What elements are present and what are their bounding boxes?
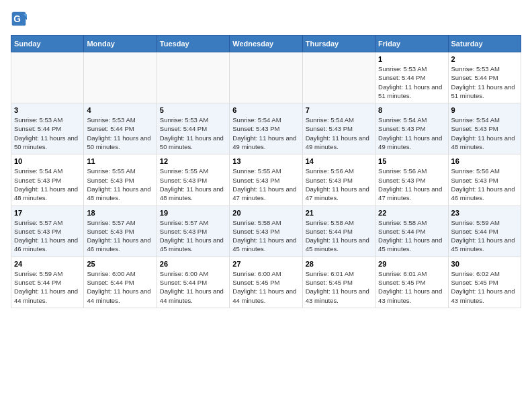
calendar-cell: 17Sunrise: 5:57 AMSunset: 5:43 PMDayligh… <box>11 205 84 257</box>
calendar-cell: 21Sunrise: 5:58 AMSunset: 5:44 PMDayligh… <box>302 205 375 257</box>
day-number: 23 <box>451 209 518 217</box>
calendar-cell: 9Sunrise: 5:54 AMSunset: 5:43 PMDaylight… <box>448 103 521 154</box>
day-number: 14 <box>306 157 372 165</box>
calendar-cell: 16Sunrise: 5:56 AMSunset: 5:43 PMDayligh… <box>448 154 521 205</box>
day-number: 15 <box>378 157 445 165</box>
calendar-cell: 14Sunrise: 5:56 AMSunset: 5:43 PMDayligh… <box>302 154 375 205</box>
day-number: 17 <box>14 209 81 217</box>
calendar-cell: 27Sunrise: 6:00 AMSunset: 5:45 PMDayligh… <box>230 257 302 308</box>
day-number: 2 <box>451 55 518 63</box>
day-number: 28 <box>306 260 372 268</box>
calendar-cell: 18Sunrise: 5:57 AMSunset: 5:43 PMDayligh… <box>84 205 157 257</box>
calendar-cell: 20Sunrise: 5:58 AMSunset: 5:43 PMDayligh… <box>230 205 302 257</box>
day-number: 26 <box>160 260 226 268</box>
calendar-cell: 13Sunrise: 5:55 AMSunset: 5:43 PMDayligh… <box>230 154 302 205</box>
calendar-cell <box>230 52 302 103</box>
calendar-cell <box>157 52 229 103</box>
day-number: 16 <box>451 157 518 165</box>
calendar-cell: 26Sunrise: 6:00 AMSunset: 5:44 PMDayligh… <box>157 257 229 308</box>
day-info: Sunrise: 5:53 AMSunset: 5:44 PMDaylight:… <box>451 64 518 100</box>
calendar-cell: 29Sunrise: 6:01 AMSunset: 5:45 PMDayligh… <box>375 257 448 308</box>
calendar-cell: 11Sunrise: 5:55 AMSunset: 5:43 PMDayligh… <box>84 154 157 205</box>
day-info: Sunrise: 5:54 AMSunset: 5:43 PMDaylight:… <box>378 116 445 151</box>
calendar-cell: 3Sunrise: 5:53 AMSunset: 5:44 PMDaylight… <box>11 103 84 154</box>
calendar-day-header: Thursday <box>302 36 375 52</box>
day-number: 22 <box>378 209 445 217</box>
calendar-cell: 30Sunrise: 6:02 AMSunset: 5:45 PMDayligh… <box>448 257 521 308</box>
day-info: Sunrise: 5:57 AMSunset: 5:43 PMDaylight:… <box>160 218 226 254</box>
calendar-day-header: Monday <box>84 36 157 52</box>
page-header: G <box>11 11 521 27</box>
day-info: Sunrise: 5:53 AMSunset: 5:44 PMDaylight:… <box>160 116 226 151</box>
calendar-week-row: 1Sunrise: 5:53 AMSunset: 5:44 PMDaylight… <box>11 52 521 103</box>
calendar-week-row: 24Sunrise: 5:59 AMSunset: 5:44 PMDayligh… <box>11 257 521 308</box>
day-number: 25 <box>87 260 153 268</box>
day-info: Sunrise: 6:00 AMSunset: 5:45 PMDaylight:… <box>232 269 299 305</box>
day-number: 29 <box>378 260 445 268</box>
day-number: 6 <box>232 106 299 114</box>
day-number: 7 <box>306 106 372 114</box>
day-number: 27 <box>232 260 299 268</box>
calendar-cell: 4Sunrise: 5:53 AMSunset: 5:44 PMDaylight… <box>84 103 157 154</box>
calendar-cell: 7Sunrise: 5:54 AMSunset: 5:43 PMDaylight… <box>302 103 375 154</box>
day-number: 5 <box>160 106 226 114</box>
calendar-cell: 8Sunrise: 5:54 AMSunset: 5:43 PMDaylight… <box>375 103 448 154</box>
calendar-body: 1Sunrise: 5:53 AMSunset: 5:44 PMDaylight… <box>11 52 521 308</box>
calendar-cell <box>302 52 375 103</box>
calendar-cell: 10Sunrise: 5:54 AMSunset: 5:43 PMDayligh… <box>11 154 84 205</box>
calendar-day-header: Friday <box>375 36 448 52</box>
day-number: 11 <box>87 157 153 165</box>
day-number: 13 <box>232 157 299 165</box>
day-number: 1 <box>378 55 445 63</box>
day-info: Sunrise: 5:56 AMSunset: 5:43 PMDaylight:… <box>451 167 518 202</box>
calendar-cell <box>11 52 84 103</box>
day-info: Sunrise: 6:02 AMSunset: 5:45 PMDaylight:… <box>451 269 518 305</box>
day-info: Sunrise: 5:53 AMSunset: 5:44 PMDaylight:… <box>87 116 153 151</box>
day-number: 3 <box>14 106 81 114</box>
logo-icon: G <box>11 11 27 27</box>
calendar-cell: 12Sunrise: 5:55 AMSunset: 5:43 PMDayligh… <box>157 154 229 205</box>
day-info: Sunrise: 5:55 AMSunset: 5:43 PMDaylight:… <box>160 167 226 202</box>
day-number: 24 <box>14 260 81 268</box>
day-info: Sunrise: 5:55 AMSunset: 5:43 PMDaylight:… <box>232 167 299 202</box>
day-number: 12 <box>160 157 226 165</box>
day-info: Sunrise: 5:58 AMSunset: 5:44 PMDaylight:… <box>378 218 445 254</box>
day-number: 18 <box>87 209 153 217</box>
calendar-cell: 15Sunrise: 5:56 AMSunset: 5:43 PMDayligh… <box>375 154 448 205</box>
day-info: Sunrise: 5:57 AMSunset: 5:43 PMDaylight:… <box>87 218 153 254</box>
calendar-header: SundayMondayTuesdayWednesdayThursdayFrid… <box>11 36 521 52</box>
calendar-cell: 5Sunrise: 5:53 AMSunset: 5:44 PMDaylight… <box>157 103 229 154</box>
calendar-day-header: Sunday <box>11 36 84 52</box>
logo: G <box>11 11 30 27</box>
calendar-table: SundayMondayTuesdayWednesdayThursdayFrid… <box>11 35 521 308</box>
svg-text:G: G <box>13 14 21 24</box>
day-info: Sunrise: 5:54 AMSunset: 5:43 PMDaylight:… <box>451 116 518 151</box>
day-info: Sunrise: 5:53 AMSunset: 5:44 PMDaylight:… <box>378 64 445 100</box>
day-info: Sunrise: 5:57 AMSunset: 5:43 PMDaylight:… <box>14 218 81 254</box>
day-info: Sunrise: 5:59 AMSunset: 5:44 PMDaylight:… <box>451 218 518 254</box>
calendar-cell: 25Sunrise: 6:00 AMSunset: 5:44 PMDayligh… <box>84 257 157 308</box>
calendar-day-header: Wednesday <box>230 36 302 52</box>
day-info: Sunrise: 5:58 AMSunset: 5:44 PMDaylight:… <box>306 218 372 254</box>
day-info: Sunrise: 6:00 AMSunset: 5:44 PMDaylight:… <box>160 269 226 305</box>
calendar-cell: 23Sunrise: 5:59 AMSunset: 5:44 PMDayligh… <box>448 205 521 257</box>
day-number: 30 <box>451 260 518 268</box>
calendar-week-row: 3Sunrise: 5:53 AMSunset: 5:44 PMDaylight… <box>11 103 521 154</box>
calendar-cell <box>84 52 157 103</box>
calendar-day-header: Tuesday <box>157 36 229 52</box>
calendar-week-row: 17Sunrise: 5:57 AMSunset: 5:43 PMDayligh… <box>11 205 521 257</box>
day-info: Sunrise: 5:58 AMSunset: 5:43 PMDaylight:… <box>232 218 299 254</box>
calendar-cell: 24Sunrise: 5:59 AMSunset: 5:44 PMDayligh… <box>11 257 84 308</box>
calendar-cell: 28Sunrise: 6:01 AMSunset: 5:45 PMDayligh… <box>302 257 375 308</box>
day-info: Sunrise: 5:59 AMSunset: 5:44 PMDaylight:… <box>14 269 81 305</box>
day-number: 8 <box>378 106 445 114</box>
day-number: 19 <box>160 209 226 217</box>
day-info: Sunrise: 5:54 AMSunset: 5:43 PMDaylight:… <box>232 116 299 151</box>
day-info: Sunrise: 5:54 AMSunset: 5:43 PMDaylight:… <box>306 116 372 151</box>
calendar-cell: 1Sunrise: 5:53 AMSunset: 5:44 PMDaylight… <box>375 52 448 103</box>
calendar-cell: 22Sunrise: 5:58 AMSunset: 5:44 PMDayligh… <box>375 205 448 257</box>
calendar-header-row: SundayMondayTuesdayWednesdayThursdayFrid… <box>11 36 521 52</box>
day-info: Sunrise: 5:56 AMSunset: 5:43 PMDaylight:… <box>306 167 372 202</box>
day-number: 4 <box>87 106 153 114</box>
day-number: 20 <box>232 209 299 217</box>
